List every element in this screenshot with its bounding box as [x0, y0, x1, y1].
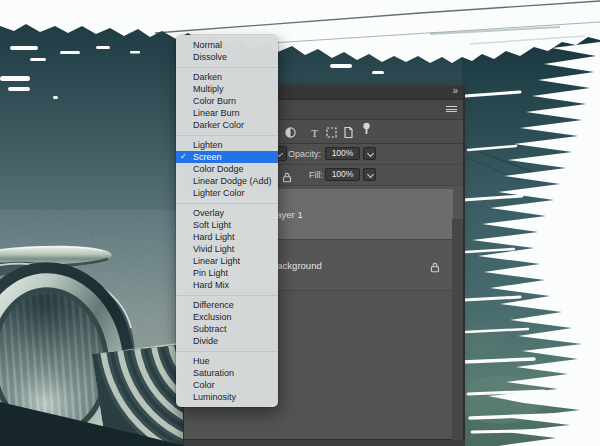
- menu-separator: [176, 295, 278, 296]
- menu-item-linear-light[interactable]: Linear Light: [176, 255, 278, 267]
- fill-label: Fill:: [288, 170, 323, 180]
- menu-item-linear-burn[interactable]: Linear Burn: [176, 107, 278, 119]
- menu-item-darken[interactable]: Darken: [176, 71, 278, 83]
- menu-item-label: Darker Color: [193, 120, 244, 130]
- fill-dropdown-button[interactable]: [363, 168, 376, 181]
- menu-item-label: Lighter Color: [193, 188, 245, 198]
- menu-item-label: Dissolve: [193, 52, 227, 62]
- chevron-down-icon: [366, 171, 373, 178]
- menu-item-multiply[interactable]: Multiply: [176, 83, 278, 95]
- menu-item-label: Luminosity: [193, 392, 236, 402]
- menu-separator: [176, 67, 278, 68]
- menu-item-label: Linear Burn: [193, 108, 240, 118]
- menu-separator: [176, 135, 278, 136]
- menu-item-hard-mix[interactable]: Hard Mix: [176, 279, 278, 291]
- menu-item-luminosity[interactable]: Luminosity: [176, 391, 278, 403]
- adjustment-icon[interactable]: [284, 125, 297, 143]
- panel-right-edge: [463, 86, 465, 446]
- menu-item-difference[interactable]: Difference: [176, 299, 278, 311]
- menu-item-label: Color Burn: [193, 96, 236, 106]
- opacity-dropdown-button[interactable]: [363, 147, 376, 160]
- menu-item-label: Linear Dodge (Add): [193, 176, 272, 186]
- fill-input[interactable]: 100%: [325, 168, 360, 181]
- menu-item-label: Color: [193, 380, 215, 390]
- menu-item-label: Vivid Light: [193, 244, 234, 254]
- menu-item-hue[interactable]: Hue: [176, 355, 278, 367]
- menu-item-label: Pin Light: [193, 268, 228, 278]
- menu-item-dissolve[interactable]: Dissolve: [176, 51, 278, 63]
- menu-item-color-burn[interactable]: Color Burn: [176, 95, 278, 107]
- lock-icon[interactable]: [430, 259, 440, 277]
- menu-item-label: Hard Light: [193, 232, 235, 242]
- checkmark-icon: ✓: [180, 151, 191, 163]
- menu-item-label: Linear Light: [193, 256, 240, 266]
- menu-separator: [176, 203, 278, 204]
- layer-name[interactable]: Background: [271, 260, 322, 271]
- menu-item-hard-light[interactable]: Hard Light: [176, 231, 278, 243]
- menu-item-label: Multiply: [193, 84, 224, 94]
- blend-mode-menu: NormalDissolveDarkenMultiplyColor BurnLi…: [176, 35, 278, 407]
- menu-item-label: Darken: [193, 72, 222, 82]
- shape-icon[interactable]: [325, 125, 338, 143]
- menu-item-label: Hue: [193, 356, 210, 366]
- opacity-input[interactable]: 100%: [325, 147, 360, 160]
- menu-item-label: Subtract: [193, 324, 227, 334]
- smart-object-icon[interactable]: [342, 125, 355, 143]
- menu-item-color-dodge[interactable]: Color Dodge: [176, 163, 278, 175]
- menu-separator: [176, 351, 278, 352]
- menu-item-label: Difference: [193, 300, 234, 310]
- menu-item-color[interactable]: Color: [176, 379, 278, 391]
- menu-item-darker-color[interactable]: Darker Color: [176, 119, 278, 131]
- panel-scrollbar-gutter[interactable]: [452, 219, 463, 440]
- menu-item-soft-light[interactable]: Soft Light: [176, 219, 278, 231]
- menu-item-label: Hard Mix: [193, 280, 229, 290]
- panel-menu-icon[interactable]: [446, 106, 457, 114]
- svg-text:T: T: [311, 127, 318, 139]
- menu-item-label: Color Dodge: [193, 164, 244, 174]
- menu-item-lighter-color[interactable]: Lighter Color: [176, 187, 278, 199]
- photoshop-canvas: » T Screen: [0, 0, 600, 446]
- menu-item-label: Soft Light: [193, 220, 231, 230]
- menu-item-label: Exclusion: [193, 312, 232, 322]
- menu-item-label: Overlay: [193, 208, 224, 218]
- menu-item-label: Screen: [193, 152, 222, 162]
- menu-item-linear-dodge-add[interactable]: Linear Dodge (Add): [176, 175, 278, 187]
- menu-item-saturation[interactable]: Saturation: [176, 367, 278, 379]
- menu-item-subtract[interactable]: Subtract: [176, 323, 278, 335]
- panel-bottom-bar: [184, 439, 465, 446]
- menu-item-normal[interactable]: Normal: [176, 39, 278, 51]
- menu-item-label: Divide: [193, 336, 218, 346]
- collapse-to-icons-icon[interactable]: »: [452, 85, 457, 96]
- chevron-down-icon: [366, 150, 373, 157]
- pin-icon[interactable]: [360, 122, 373, 140]
- type-icon[interactable]: T: [308, 125, 321, 143]
- opacity-label: Opacity:: [288, 149, 321, 159]
- menu-item-lighten[interactable]: Lighten: [176, 139, 278, 151]
- menu-item-pin-light[interactable]: Pin Light: [176, 267, 278, 279]
- menu-item-divide[interactable]: Divide: [176, 335, 278, 347]
- menu-item-exclusion[interactable]: Exclusion: [176, 311, 278, 323]
- menu-item-label: Normal: [193, 40, 222, 50]
- menu-item-label: Saturation: [193, 368, 234, 378]
- menu-item-overlay[interactable]: Overlay: [176, 207, 278, 219]
- menu-item-vivid-light[interactable]: Vivid Light: [176, 243, 278, 255]
- menu-item-screen[interactable]: ✓Screen: [176, 151, 278, 163]
- menu-item-label: Lighten: [193, 140, 223, 150]
